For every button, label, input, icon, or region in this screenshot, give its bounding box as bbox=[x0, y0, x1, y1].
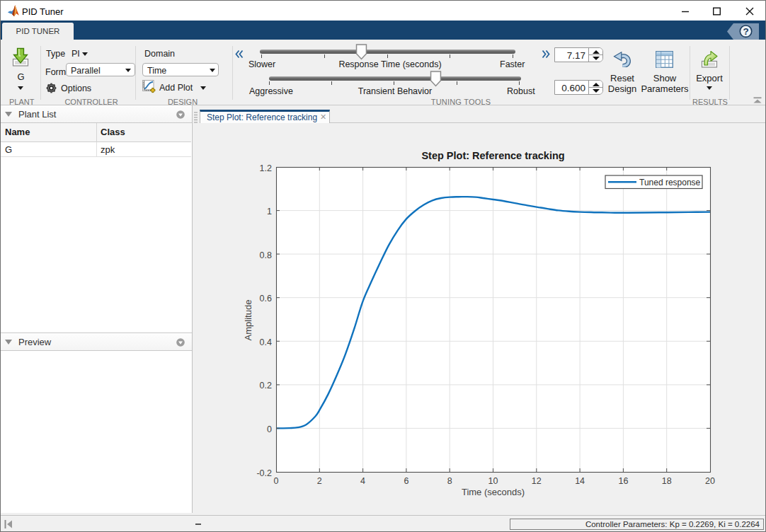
svg-text:0.2: 0.2 bbox=[260, 381, 272, 391]
svg-text:20: 20 bbox=[705, 476, 715, 486]
svg-text:12: 12 bbox=[532, 476, 542, 486]
svg-text:-0.2: -0.2 bbox=[256, 468, 272, 478]
svg-text:Step Plot: Reference tracking: Step Plot: Reference tracking bbox=[421, 150, 564, 161]
svg-text:4: 4 bbox=[360, 476, 365, 486]
svg-text:Time (seconds): Time (seconds) bbox=[462, 487, 525, 497]
svg-text:0.4: 0.4 bbox=[260, 337, 272, 347]
svg-text:2: 2 bbox=[317, 476, 322, 486]
svg-text:8: 8 bbox=[447, 476, 452, 486]
svg-text:0.6: 0.6 bbox=[260, 294, 272, 303]
svg-text:1.2: 1.2 bbox=[260, 163, 272, 173]
svg-text:0.8: 0.8 bbox=[260, 250, 272, 260]
svg-text:?: ? bbox=[743, 26, 748, 37]
svg-text:10: 10 bbox=[488, 476, 498, 486]
svg-text:16: 16 bbox=[618, 476, 628, 486]
svg-text:14: 14 bbox=[575, 476, 585, 486]
svg-text:18: 18 bbox=[662, 476, 672, 486]
svg-text:1: 1 bbox=[267, 207, 272, 216]
svg-text:0: 0 bbox=[267, 424, 272, 434]
svg-text:0: 0 bbox=[274, 476, 279, 486]
svg-text:6: 6 bbox=[404, 476, 408, 486]
svg-text:Amplitude: Amplitude bbox=[243, 300, 253, 341]
svg-text:Tuned response: Tuned response bbox=[639, 178, 701, 187]
